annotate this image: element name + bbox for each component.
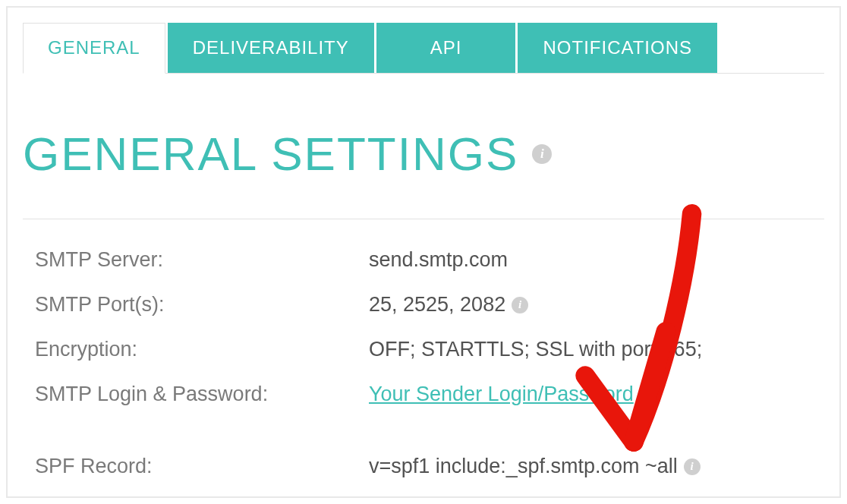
info-icon[interactable]: i	[512, 297, 528, 313]
value-spf-record: v=spf1 include:_spf.smtp.com ~all i	[369, 455, 701, 478]
value-smtp-ports: 25, 2525, 2082 i	[369, 293, 528, 317]
row-spf-record: SPF Record: v=spf1 include:_spf.smtp.com…	[35, 444, 812, 489]
value-encryption: OFF; STARTTLS; SSL with port 465;	[369, 338, 702, 361]
divider	[23, 219, 824, 219]
label-smtp-ports: SMTP Port(s):	[35, 293, 369, 317]
value-smtp-server: send.smtp.com	[369, 248, 508, 272]
row-smtp-ports: SMTP Port(s): 25, 2525, 2082 i	[35, 282, 812, 327]
link-sender-login[interactable]: Your Sender Login/Password	[369, 383, 634, 406]
row-login-password: SMTP Login & Password: Your Sender Login…	[35, 372, 812, 417]
label-login-password: SMTP Login & Password:	[35, 383, 369, 406]
text-spf-record: v=spf1 include:_spf.smtp.com ~all	[369, 455, 678, 478]
heading-row: GENERAL SETTINGS i	[23, 127, 824, 181]
label-spf-record: SPF Record:	[35, 455, 369, 478]
label-smtp-server: SMTP Server:	[35, 248, 369, 272]
label-encryption: Encryption:	[35, 338, 369, 361]
settings-list: SMTP Server: send.smtp.com SMTP Port(s):…	[35, 238, 812, 489]
row-encryption: Encryption: OFF; STARTTLS; SSL with port…	[35, 327, 812, 372]
value-login-password: Your Sender Login/Password	[369, 383, 634, 406]
tab-bar: GENERAL DELIVERABILITY API NOTIFICATIONS	[23, 23, 824, 74]
text-smtp-ports: 25, 2525, 2082	[369, 293, 505, 317]
tab-notifications[interactable]: NOTIFICATIONS	[518, 23, 717, 73]
info-icon[interactable]: i	[684, 458, 701, 475]
row-smtp-server: SMTP Server: send.smtp.com	[35, 238, 812, 282]
tab-general[interactable]: GENERAL	[23, 23, 165, 74]
tab-deliverability[interactable]: DELIVERABILITY	[168, 23, 374, 73]
settings-panel: GENERAL DELIVERABILITY API NOTIFICATIONS…	[6, 6, 841, 498]
tab-api[interactable]: API	[376, 23, 516, 73]
page-title: GENERAL SETTINGS	[23, 127, 518, 181]
spacer	[35, 417, 812, 444]
info-icon[interactable]: i	[532, 144, 552, 164]
